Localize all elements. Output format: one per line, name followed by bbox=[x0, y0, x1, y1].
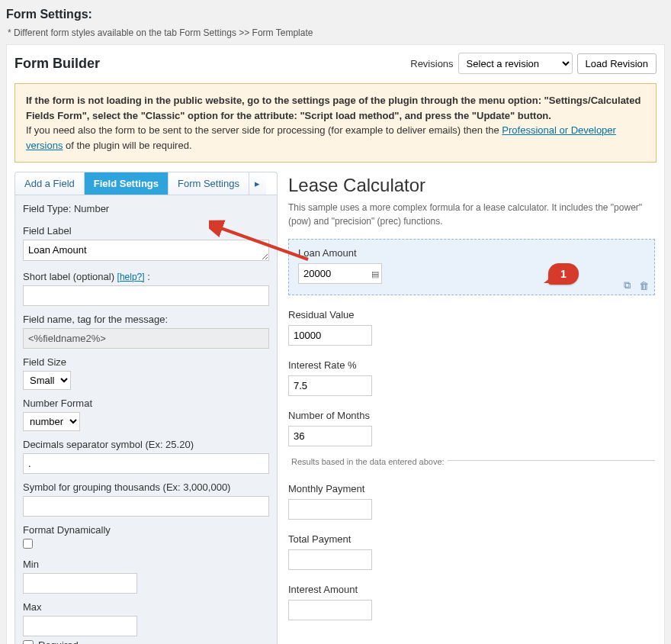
required-label: Required bbox=[38, 639, 79, 644]
tab-more-icon[interactable]: ▸ bbox=[249, 172, 266, 195]
field-settings-body: Field Type: Number Field Label Loan Amou… bbox=[14, 195, 278, 644]
selected-field-loan-amount[interactable]: Loan Amount ▤ ⧉ 🗑 bbox=[288, 239, 655, 295]
revisions-label: Revisions bbox=[410, 58, 453, 69]
field-name-input bbox=[23, 328, 269, 349]
field-label-monthly: Monthly Payment bbox=[288, 483, 655, 494]
page-title: Form Settings: bbox=[6, 0, 665, 27]
help-link[interactable]: [help?] bbox=[117, 272, 145, 282]
output-monthly-payment[interactable] bbox=[288, 499, 372, 520]
field-total-payment[interactable]: Total Payment bbox=[288, 533, 655, 570]
settings-tabs: Add a Field Field Settings Form Settings… bbox=[14, 172, 278, 195]
tab-form-settings[interactable]: Form Settings bbox=[169, 172, 249, 195]
max-input[interactable] bbox=[23, 616, 137, 636]
min-label: Min bbox=[23, 559, 269, 570]
short-label-input[interactable] bbox=[23, 285, 269, 306]
decimals-label: Decimals separator symbol (Ex: 25.20) bbox=[23, 439, 269, 450]
field-interest-rate[interactable]: Interest Rate % bbox=[288, 359, 655, 396]
field-label-loan: Loan Amount bbox=[298, 247, 645, 259]
input-months[interactable] bbox=[288, 426, 372, 446]
number-format-select[interactable]: number bbox=[23, 412, 80, 431]
load-revision-button[interactable]: Load Revision bbox=[577, 53, 657, 74]
format-dyn-label: Format Dynamically bbox=[23, 524, 269, 536]
input-interest-rate[interactable] bbox=[288, 375, 372, 396]
max-label: Max bbox=[23, 601, 269, 613]
short-label-label: Short label (optional) [help?] : bbox=[23, 271, 269, 282]
notice-text-2a: If you need also the form to be sent to … bbox=[26, 124, 502, 136]
required-checkbox[interactable] bbox=[23, 640, 34, 645]
field-label-interest: Interest Rate % bbox=[288, 359, 655, 371]
field-size-select[interactable]: Small bbox=[23, 371, 71, 390]
field-type-label: Field Type: Number bbox=[23, 203, 269, 214]
field-interest-amount[interactable]: Interest Amount bbox=[288, 584, 655, 620]
revision-select[interactable]: Select a revision bbox=[458, 53, 573, 74]
field-label-label: Field Label bbox=[23, 225, 269, 237]
field-size-label: Field Size bbox=[23, 356, 269, 368]
output-total-payment[interactable] bbox=[288, 549, 372, 570]
field-label-input[interactable]: Loan Amount bbox=[23, 240, 269, 261]
notice-text-2b: of the plugin will be required. bbox=[63, 140, 191, 151]
field-label-residual: Residual Value bbox=[288, 309, 655, 320]
field-months[interactable]: Number of Months bbox=[288, 410, 655, 446]
thousands-input[interactable] bbox=[23, 496, 269, 517]
notice-bold: If the form is not loading in the public… bbox=[26, 95, 640, 121]
input-loan-amount[interactable] bbox=[298, 263, 382, 284]
decimals-input[interactable] bbox=[23, 453, 269, 474]
results-legend: Results based in the data entered above: bbox=[288, 457, 448, 466]
field-label-interest-amt: Interest Amount bbox=[288, 584, 655, 595]
form-builder-panel: Form Builder Revisions Select a revision… bbox=[6, 44, 665, 644]
notice-box: If the form is not loading in the public… bbox=[14, 83, 657, 163]
field-monthly-payment[interactable]: Monthly Payment bbox=[288, 483, 655, 520]
tab-field-settings[interactable]: Field Settings bbox=[85, 172, 169, 195]
field-residual-value[interactable]: Residual Value bbox=[288, 309, 655, 346]
format-dyn-checkbox[interactable] bbox=[23, 539, 33, 549]
panel-title: Form Builder bbox=[14, 56, 100, 72]
preview-title: Lease Calculator bbox=[288, 175, 655, 196]
duplicate-icon[interactable]: ⧉ bbox=[621, 279, 633, 291]
preview-desc: This sample uses a more complex formula … bbox=[288, 201, 655, 228]
field-label-months: Number of Months bbox=[288, 410, 655, 421]
field-name-label: Field name, tag for the message: bbox=[23, 314, 269, 325]
delete-icon[interactable]: 🗑 bbox=[637, 279, 650, 291]
form-preview: Lease Calculator This sample uses a more… bbox=[287, 172, 657, 640]
thousands-label: Symbol for grouping thousands (Ex: 3,000… bbox=[23, 481, 269, 493]
input-residual-value[interactable] bbox=[288, 325, 372, 346]
field-label-total: Total Payment bbox=[288, 533, 655, 545]
output-interest-amount[interactable] bbox=[288, 600, 372, 620]
tab-add-field[interactable]: Add a Field bbox=[15, 172, 85, 195]
number-format-label: Number Format bbox=[23, 398, 269, 409]
min-input[interactable] bbox=[23, 573, 137, 594]
hint-text: * Different form styles available on the… bbox=[6, 27, 665, 44]
